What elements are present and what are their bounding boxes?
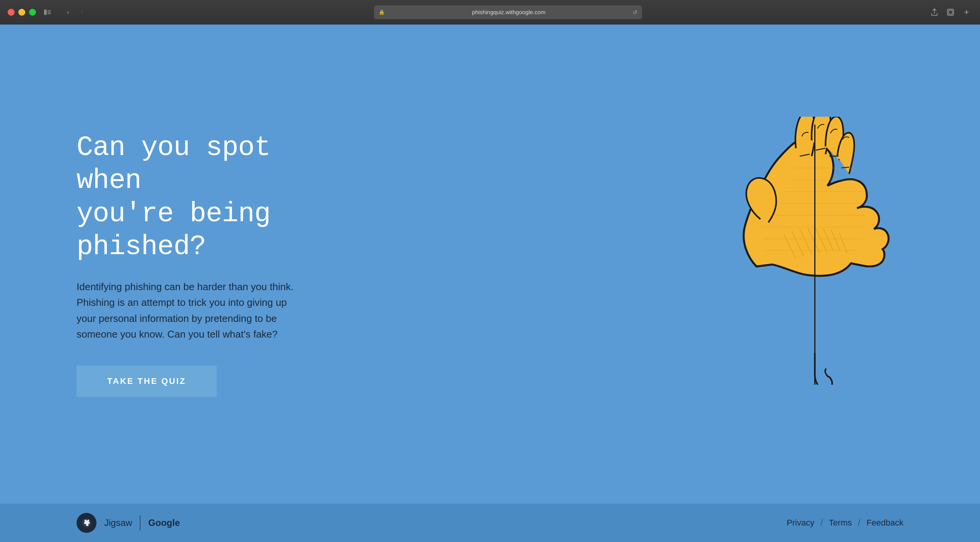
page-footer: Jigsaw Google Privacy / Terms / Feedback [0,504,980,542]
address-bar-container: 🔒 phishingquiz.withgoogle.com ↺ [93,5,923,19]
terms-link[interactable]: Terms [829,518,852,528]
page-wrapper: Can you spot whenyou're being phished? I… [0,24,980,542]
new-tab-button[interactable]: + [961,7,972,18]
footer-right: Privacy / Terms / Feedback [787,518,903,528]
tabs-button[interactable] [945,7,956,18]
svg-rect-2 [47,12,51,13]
left-section: Can you spot whenyou're being phished? I… [77,131,345,397]
url-text: phishingquiz.withgoogle.com [388,9,630,15]
svg-rect-5 [949,10,952,14]
footer-divider-1: / [820,518,823,528]
footer-divider-2: / [858,518,860,528]
footer-left: Jigsaw Google [77,513,180,533]
take-quiz-button[interactable]: TAKE THE QUIZ [77,366,217,397]
svg-rect-0 [44,10,47,15]
minimize-button[interactable] [18,9,25,16]
share-button[interactable] [929,7,940,18]
phishing-illustration [693,117,923,385]
hero-title: Can you spot whenyou're being phished? [77,131,345,264]
svg-rect-3 [47,13,51,14]
lock-icon: 🔒 [379,9,385,15]
feedback-link[interactable]: Feedback [866,518,903,528]
address-bar[interactable]: 🔒 phishingquiz.withgoogle.com ↺ [374,5,642,19]
hero-description: Identifying phishing can be harder than … [77,279,299,343]
jigsaw-label: Jigsaw [104,518,132,528]
main-content: Can you spot whenyou're being phished? I… [0,24,980,504]
jigsaw-logo [77,513,96,533]
browser-actions: + [929,7,972,18]
maximize-button[interactable] [29,9,36,16]
svg-rect-1 [47,10,51,11]
nav-buttons: ‹ › [63,7,87,18]
back-button[interactable]: ‹ [63,7,74,18]
privacy-link[interactable]: Privacy [787,518,814,528]
google-label: Google [148,518,180,528]
browser-chrome: ‹ › 🔒 phishingquiz.withgoogle.com ↺ + [0,0,980,24]
close-button[interactable] [8,9,15,16]
reload-button[interactable]: ↺ [633,9,637,15]
forward-button[interactable]: › [77,7,87,18]
traffic-lights [8,9,36,16]
brand-divider [140,515,140,531]
sidebar-toggle-button[interactable] [42,7,53,18]
